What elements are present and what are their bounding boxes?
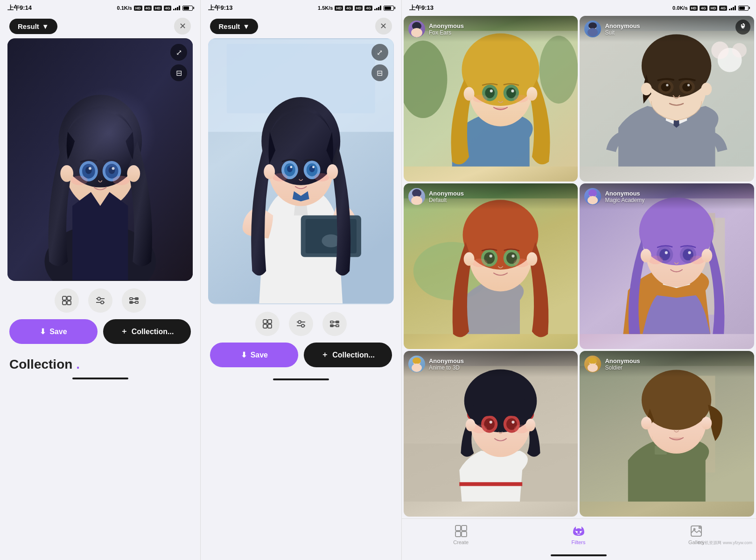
svg-point-89 <box>511 90 514 92</box>
svg-point-80 <box>539 36 578 104</box>
svg-point-86 <box>485 88 495 98</box>
svg-point-171 <box>412 364 422 372</box>
filter-avatar-6 <box>584 356 601 372</box>
svg-point-7 <box>65 129 135 208</box>
filter-card-soldier[interactable]: Anonymous Soldier <box>580 351 754 517</box>
compare-button-2[interactable]: ⊟ <box>371 64 388 81</box>
svg-point-144 <box>688 251 691 254</box>
gallery-icon <box>690 525 703 538</box>
svg-rect-188 <box>462 525 467 531</box>
network-speed-3: 0.0K/s <box>672 5 687 11</box>
adjust-icon-1 <box>95 295 105 306</box>
home-indicator-1 <box>72 378 128 379</box>
svg-point-67 <box>301 324 304 327</box>
nav-filters-label: Filters <box>572 539 586 545</box>
svg-rect-187 <box>455 525 461 531</box>
svg-point-18 <box>127 165 140 182</box>
filter-overlay-6: Anonymous Soldier <box>580 351 754 377</box>
status-bar-1: 上午9:14 0.1K/s HD 4G HD 4G <box>0 0 200 14</box>
filter-user-3: Anonymous <box>429 190 464 197</box>
adjust-tool-1[interactable] <box>88 288 112 313</box>
adjust-tool-2[interactable] <box>289 312 313 336</box>
time-1: 上午9:14 <box>7 4 32 12</box>
home-indicator-2 <box>273 378 329 380</box>
svg-rect-71 <box>336 325 339 327</box>
svg-point-107 <box>682 83 692 91</box>
svg-point-96 <box>411 28 422 37</box>
hd-badge-3: HD <box>690 6 698 11</box>
save-button-1[interactable]: ⬇ Save <box>9 319 98 344</box>
result-button-2[interactable]: Result ▼ <box>210 19 258 34</box>
settings-icon-1 <box>129 295 139 306</box>
svg-point-151 <box>588 196 598 204</box>
hd-badge-1b: HD <box>154 6 162 11</box>
svg-point-110 <box>641 83 652 95</box>
svg-rect-2 <box>177 7 178 10</box>
nav-filters[interactable]: Filters <box>562 523 595 547</box>
anime-character-1 <box>7 38 193 281</box>
svg-point-55 <box>313 166 315 168</box>
settings-tool-1[interactable] <box>122 288 146 313</box>
svg-rect-35 <box>374 9 376 10</box>
close-button-2[interactable]: ✕ <box>375 18 392 35</box>
filter-card-anime3d[interactable]: Anonymous Anime to 3D <box>404 351 578 517</box>
filter-user-5: Anonymous <box>429 357 464 364</box>
bottom-nav: Create Filters Gallery <box>402 518 756 553</box>
signal-icon-1 <box>173 6 181 10</box>
expand-button-2[interactable]: ⤢ <box>371 44 388 61</box>
hd-badge-2b: HD <box>355 6 363 11</box>
action-row-2: ⬇ Save ＋ Collection... <box>201 341 401 377</box>
filter-card-suit[interactable]: Anonymous Suit <box>580 16 754 182</box>
svg-rect-37 <box>378 7 379 10</box>
filter-avatar-2 <box>584 21 601 37</box>
toolbar-2 <box>201 304 401 341</box>
layout-icon-1 <box>62 295 72 306</box>
filter-card-fox-ears[interactable]: Anonymous Fox Ears <box>404 16 578 182</box>
signal-icon-2 <box>374 6 382 10</box>
collection-button-2[interactable]: ＋ Collection... <box>304 343 392 367</box>
svg-point-13 <box>85 167 92 174</box>
settings-tool-2[interactable] <box>322 312 347 336</box>
svg-rect-38 <box>380 6 381 10</box>
svg-point-92 <box>464 87 475 101</box>
svg-point-125 <box>511 255 514 258</box>
filter-info-6: Anonymous Soldier <box>605 357 640 371</box>
collection-button-1[interactable]: ＋ Collection... <box>103 319 191 344</box>
filter-card-default[interactable]: Anonymous Default <box>404 183 578 349</box>
result-header-1: Result ▼ ✕ <box>0 14 200 38</box>
svg-point-109 <box>687 84 690 86</box>
status-icons-3: 0.0K/s HD 4G HD 4G <box>672 5 749 11</box>
anime-character-2 <box>208 38 393 304</box>
svg-point-196 <box>693 528 696 531</box>
svg-point-168 <box>525 419 535 431</box>
layout-tool-2[interactable] <box>255 312 280 336</box>
svg-point-28 <box>101 301 104 304</box>
hd-badge-1: HD <box>134 6 142 11</box>
layout-tool-1[interactable] <box>55 288 79 313</box>
settings-icon-2 <box>329 319 340 329</box>
svg-point-164 <box>511 420 514 423</box>
svg-point-87 <box>506 88 516 98</box>
status-icons-2: 1.5K/s HD 4G HD 4G <box>318 5 394 11</box>
gear-settings-button[interactable] <box>735 20 750 35</box>
nav-create[interactable]: Create <box>444 523 478 547</box>
svg-point-170 <box>413 357 421 364</box>
svg-rect-3 <box>179 6 180 10</box>
svg-point-11 <box>82 164 95 179</box>
svg-rect-23 <box>63 301 66 305</box>
filter-user-4: Anonymous <box>605 190 644 197</box>
save-button-2[interactable]: ⬇ Save <box>210 343 298 367</box>
4g-badge-3b: 4G <box>719 6 727 11</box>
result-button-1[interactable]: Result ▼ <box>9 19 57 34</box>
filter-style-1: Fox Ears <box>429 29 464 36</box>
filter-info-5: Anonymous Anime to 3D <box>429 357 464 371</box>
svg-point-132 <box>411 196 422 205</box>
close-button-1[interactable]: ✕ <box>174 18 191 35</box>
svg-rect-24 <box>67 301 71 305</box>
filter-card-magic[interactable]: Anonymous Magic Academy <box>580 183 754 349</box>
filter-style-6: Soldier <box>605 364 640 371</box>
svg-point-16 <box>112 167 115 170</box>
filter-user-1: Anonymous <box>429 22 464 29</box>
svg-point-183 <box>701 417 712 429</box>
svg-point-54 <box>290 166 293 168</box>
